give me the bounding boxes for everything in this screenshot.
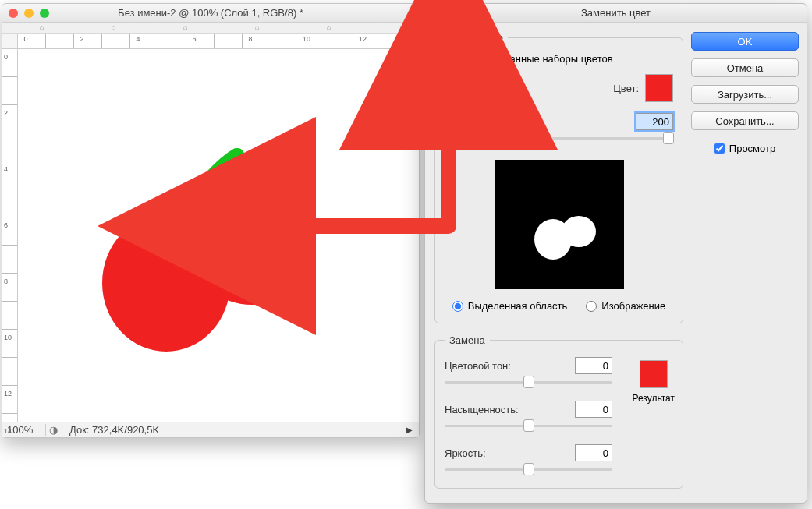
replacement-legend: Замена	[445, 334, 490, 346]
replacement-group: Замена Цветовой тон: Насыщенность: Яркос…	[434, 334, 683, 489]
color-label: Цвет:	[613, 83, 639, 94]
ruler-origin	[2, 34, 18, 49]
eyedropper-plus-icon[interactable]	[468, 78, 488, 98]
result-swatch[interactable]	[640, 360, 668, 388]
selection-preview	[495, 160, 624, 289]
radio-selection-input[interactable]	[452, 301, 463, 312]
selection-legend: Выделение	[445, 32, 508, 44]
doc-title: Без имени-2 @ 100% (Слой 1, RGB/8) *	[2, 7, 419, 19]
svg-point-1	[102, 214, 230, 352]
cancel-button[interactable]: Отмена	[691, 58, 799, 77]
localized-checkbox-label: Локализованные наборы цветов	[460, 53, 613, 65]
hue-input[interactable]	[575, 357, 612, 374]
canvas[interactable]	[18, 49, 419, 422]
fuzziness-input[interactable]	[636, 113, 673, 130]
selection-group: Выделение Локализованные наборы цветов	[434, 32, 683, 323]
radio-image[interactable]: Изображение	[586, 300, 665, 312]
fuzziness-label: Разброс:	[445, 116, 486, 128]
ruler-horizontal[interactable]: 0 2 4 6 8 10 12 14	[18, 34, 419, 49]
tab-bar: ⌂⌂⌂ ⌂⌂⌂	[2, 23, 419, 34]
saturation-input[interactable]	[575, 401, 612, 418]
save-button[interactable]: Сохранить...	[691, 111, 799, 130]
color-swatch[interactable]	[645, 74, 673, 102]
localized-checkbox-input[interactable]	[445, 54, 456, 65]
ruler-vertical[interactable]: 0 2 4 6 8 10 12 14	[2, 49, 18, 422]
fuzziness-slider[interactable]	[445, 130, 673, 146]
replace-color-dialog: Заменить цвет Выделение Локализованные н…	[424, 3, 807, 504]
preview-checkbox-input[interactable]	[714, 143, 725, 154]
flyout-icon[interactable]: ▶	[406, 426, 413, 434]
saturation-slider[interactable]	[445, 418, 612, 433]
lightness-slider[interactable]	[445, 461, 612, 477]
eyedropper-minus-icon[interactable]	[491, 78, 512, 98]
lightness-input[interactable]	[575, 444, 612, 461]
lightness-label: Яркость:	[445, 447, 532, 459]
status-bar: 100% ◑ Док: 732,4K/920,5K ▶	[2, 422, 419, 437]
dialog-title: Заменить цвет	[425, 7, 807, 19]
doc-titlebar[interactable]: Без имени-2 @ 100% (Слой 1, RGB/8) *	[2, 4, 419, 23]
radio-selection[interactable]: Выделенная область	[452, 300, 568, 312]
hue-slider[interactable]	[445, 374, 612, 390]
saturation-label: Насыщенность:	[445, 404, 532, 415]
load-button[interactable]: Загрузить...	[691, 85, 799, 104]
svg-point-3	[562, 216, 596, 247]
ok-button[interactable]: OK	[691, 32, 799, 51]
radio-image-input[interactable]	[586, 301, 597, 312]
eyedropper-icon[interactable]	[445, 78, 465, 98]
dialog-titlebar[interactable]: Заменить цвет	[425, 4, 807, 23]
preview-checkbox[interactable]: Просмотр	[691, 143, 799, 154]
hue-label: Цветовой тон:	[445, 360, 532, 372]
filesize-label: Док: 732,4K/920,5K	[60, 424, 159, 436]
localized-checkbox[interactable]: Локализованные наборы цветов	[445, 53, 673, 65]
cherry-image	[18, 49, 419, 422]
result-label: Результат	[632, 393, 675, 404]
document-window: Без имени-2 @ 100% (Слой 1, RGB/8) * ⌂⌂⌂…	[2, 3, 420, 438]
